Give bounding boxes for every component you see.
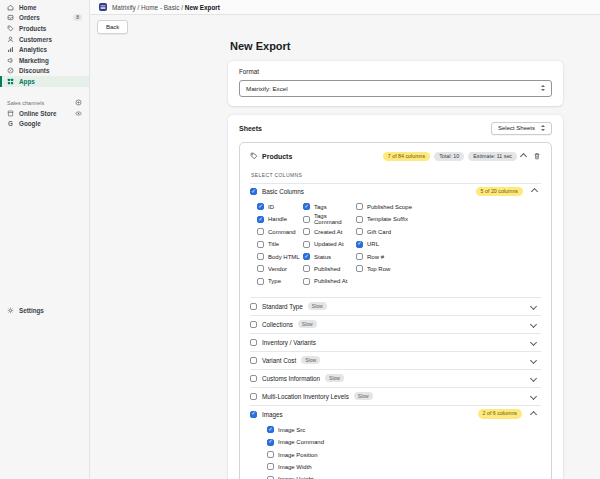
column-checkbox-item[interactable]: Image Command (267, 436, 541, 448)
checkbox[interactable] (267, 426, 274, 433)
column-checkbox-item[interactable]: Image Position (267, 448, 541, 460)
checkbox[interactable] (257, 241, 264, 248)
column-checkbox-item[interactable]: Published At (303, 275, 356, 287)
sidebar-item-settings[interactable]: Settings (0, 305, 103, 316)
chevron-up-icon[interactable] (530, 410, 537, 417)
checkbox[interactable] (356, 216, 363, 223)
checkbox[interactable] (356, 203, 363, 210)
checkbox[interactable] (257, 228, 264, 235)
tag-icon (7, 25, 14, 32)
sidebar-item-orders[interactable]: Orders 8 (0, 13, 89, 24)
breadcrumb[interactable]: Matrixify / Home - Basic / New Export (112, 4, 220, 11)
checkbox[interactable] (356, 241, 363, 248)
section-standard-type[interactable]: Standard Type Slow (250, 297, 541, 315)
chevron-down-icon[interactable] (530, 392, 537, 399)
checkbox[interactable] (250, 375, 257, 382)
checkbox[interactable] (257, 216, 264, 223)
column-checkbox-item[interactable]: Created At (303, 226, 356, 238)
sidebar-item-products[interactable]: Products (0, 23, 89, 34)
sidebar-item-google[interactable]: G Google (0, 118, 89, 129)
column-checkbox-item[interactable]: Published Scope (356, 201, 438, 213)
column-checkbox-item[interactable]: ID (257, 201, 303, 213)
section-variant-cost[interactable]: Variant Cost Slow (250, 351, 541, 369)
section-label: Collections (262, 321, 293, 328)
column-checkbox-item[interactable]: Image Src (267, 424, 541, 436)
checkbox[interactable] (250, 393, 257, 400)
chevron-down-icon[interactable] (530, 356, 537, 363)
checkbox[interactable] (250, 411, 257, 418)
checkbox[interactable] (250, 357, 257, 364)
column-checkbox-item[interactable]: Title (257, 238, 303, 250)
eye-icon[interactable] (75, 110, 82, 117)
section-basic-columns[interactable]: Basic Columns 5 of 20 columns (250, 184, 541, 200)
checkbox[interactable] (257, 203, 264, 210)
column-checkbox-item[interactable]: Vendor (257, 263, 303, 275)
column-checkbox-item[interactable]: Image Width (267, 461, 541, 473)
format-select[interactable]: Matrixify: Excel (239, 80, 552, 97)
checkbox[interactable] (250, 339, 257, 346)
chevron-up-icon[interactable] (531, 188, 538, 195)
checkbox[interactable] (356, 265, 363, 272)
section-images[interactable]: Images 2 of 6 columns (250, 405, 541, 423)
checkbox[interactable] (257, 278, 264, 285)
section-inventory-variants[interactable]: Inventory / Variants (250, 333, 541, 351)
sidebar-item-online-store[interactable]: Online Store (0, 108, 89, 119)
section-collections[interactable]: Collections Slow (250, 315, 541, 333)
estimate-badge: Estimate: 11 sec (468, 152, 517, 161)
checkbox[interactable] (257, 265, 264, 272)
sidebar-item-label: Apps (19, 78, 35, 85)
checkbox[interactable] (303, 216, 310, 223)
sidebar-item-label: Marketing (19, 57, 49, 64)
delete-sheet-button[interactable] (533, 152, 541, 160)
checkbox[interactable] (303, 265, 310, 272)
column-checkbox-item[interactable]: Type (257, 275, 303, 287)
sidebar-item-marketing[interactable]: Marketing (0, 55, 89, 66)
checkbox[interactable] (356, 228, 363, 235)
checkbox[interactable] (303, 278, 310, 285)
svg-text:G: G (8, 120, 13, 127)
column-checkbox-item[interactable]: Published (303, 263, 356, 275)
checkbox[interactable] (303, 203, 310, 210)
column-checkbox-item[interactable]: Top Row (356, 263, 438, 275)
sidebar-item-apps[interactable]: Apps (0, 76, 89, 87)
chevron-down-icon[interactable] (530, 374, 537, 381)
section-customs-information[interactable]: Customs Information Slow (250, 369, 541, 387)
column-checkbox-item[interactable]: Tags Command (303, 213, 356, 225)
column-checkbox-item[interactable]: URL (356, 238, 438, 250)
add-channel-icon[interactable] (75, 99, 82, 106)
column-checkbox-item[interactable]: Gift Card (356, 226, 438, 238)
section-multi-location-inventory-levels[interactable]: Multi-Location Inventory Levels Slow (250, 387, 541, 405)
checkbox[interactable] (303, 253, 310, 260)
column-checkbox-item[interactable]: Template Suffix (356, 213, 438, 225)
checkbox[interactable] (257, 253, 264, 260)
chevron-up-icon[interactable] (520, 153, 527, 160)
column-checkbox-item[interactable]: Row # (356, 250, 438, 262)
chevron-down-icon[interactable] (530, 320, 537, 327)
checkbox[interactable] (267, 439, 274, 446)
sidebar-item-home[interactable]: Home (0, 2, 89, 13)
checkbox[interactable] (250, 188, 257, 195)
column-checkbox-item[interactable]: Command (257, 226, 303, 238)
sidebar-item-customers[interactable]: Customers (0, 34, 89, 45)
bar-chart-icon (7, 46, 14, 53)
chevron-down-icon[interactable] (530, 338, 537, 345)
checkbox[interactable] (267, 451, 274, 458)
column-checkbox-item[interactable]: Updated At (303, 238, 356, 250)
checkbox[interactable] (356, 253, 363, 260)
column-checkbox-item[interactable]: Image Height (267, 473, 541, 479)
sidebar-item-analytics[interactable]: Analytics (0, 44, 89, 55)
column-checkbox-item[interactable]: Status (303, 250, 356, 262)
column-checkbox-item[interactable]: Handle (257, 213, 303, 225)
checkbox[interactable] (303, 228, 310, 235)
column-checkbox-item[interactable]: Body HTML (257, 250, 303, 262)
select-sheets-button[interactable]: Select Sheets (491, 122, 552, 135)
column-checkbox-item[interactable]: Tags (303, 201, 356, 213)
checkbox[interactable] (250, 303, 257, 310)
section-label: Basic Columns (262, 188, 304, 195)
sidebar-item-discounts[interactable]: Discounts (0, 66, 89, 77)
checkbox[interactable] (303, 241, 310, 248)
back-button[interactable]: Back (97, 20, 128, 34)
chevron-down-icon[interactable] (530, 302, 537, 309)
checkbox[interactable] (267, 463, 274, 470)
checkbox[interactable] (250, 321, 257, 328)
